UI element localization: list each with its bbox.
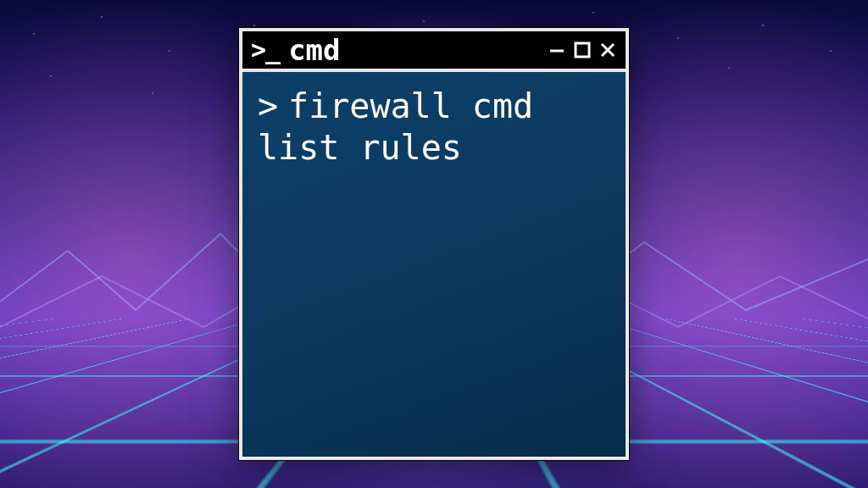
window-controls <box>548 41 617 59</box>
window-title: cmd <box>288 33 548 67</box>
terminal-body[interactable]: >firewall cmd list rules <box>242 72 626 457</box>
maximize-button[interactable] <box>573 41 592 59</box>
terminal-prompt-char: > <box>258 86 278 125</box>
maximize-icon <box>573 41 592 59</box>
terminal-window: >_ cmd >firewall cmd list rules <box>239 28 629 460</box>
svg-rect-1 <box>576 43 589 57</box>
close-icon <box>598 41 617 59</box>
titlebar[interactable]: >_ cmd <box>242 31 626 72</box>
terminal-prompt-icon: >_ <box>251 37 280 63</box>
minimize-button[interactable] <box>548 41 566 59</box>
terminal-command-text: firewall cmd list rules <box>258 86 554 167</box>
close-button[interactable] <box>598 41 617 59</box>
minimize-icon <box>548 41 566 59</box>
